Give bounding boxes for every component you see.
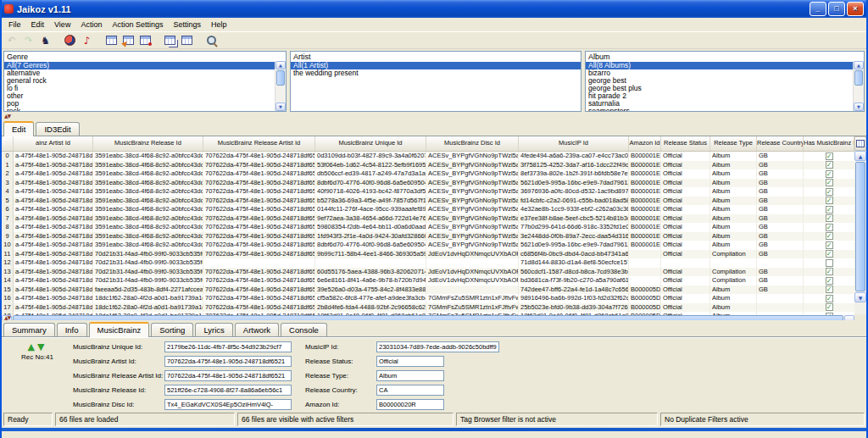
- scroll-thumb[interactable]: [854, 70, 863, 86]
- maximize-button[interactable]: □: [828, 2, 845, 16]
- close-button[interactable]: ×: [847, 2, 864, 16]
- amazon-id-field[interactable]: [376, 399, 444, 410]
- checked-checkbox[interactable]: ✓: [826, 250, 833, 258]
- sort-toggle-icon[interactable]: ▲▼: [4, 315, 10, 320]
- table-row[interactable]: 12a-475f-48e1-905d-248718df652170d21b31-…: [2, 258, 854, 268]
- mb-artist-id-field[interactable]: [164, 356, 292, 367]
- checked-checkbox[interactable]: ✓: [826, 170, 833, 178]
- genre-item[interactable]: other: [4, 92, 286, 100]
- mb-release-artist-id-field[interactable]: [164, 370, 292, 381]
- checked-checkbox[interactable]: ✓: [826, 161, 833, 169]
- column-header[interactable]: [2, 136, 14, 151]
- search-icon[interactable]: [204, 34, 219, 47]
- musicip-id-field[interactable]: [376, 341, 499, 352]
- table-row[interactable]: 15a-475f-48e1-905d-248718df6521faeeaa5d-…: [2, 286, 854, 295]
- music-note-icon[interactable]: ♪: [80, 34, 94, 47]
- mb-unique-id-field[interactable]: [164, 341, 292, 352]
- genre-item[interactable]: general rock: [4, 77, 286, 85]
- album-item[interactable]: george best plus: [586, 85, 864, 92]
- table-arrow-icon[interactable]: [121, 34, 136, 47]
- menu-file[interactable]: File: [3, 19, 26, 30]
- table-row[interactable]: 2a-475f-48e1-905d-248718df65213591eabc-3…: [2, 169, 854, 179]
- table-row[interactable]: 14a-475f-48e1-905d-248718df652170d21b31-…: [2, 276, 854, 286]
- tab-id3edit[interactable]: ID3Edit: [36, 122, 79, 136]
- tab-lyrics[interactable]: Lyrics: [195, 323, 232, 336]
- checked-checkbox[interactable]: ✓: [826, 214, 833, 222]
- undo-icon[interactable]: ↶: [4, 34, 19, 47]
- scroll-down-icon[interactable]: ▼: [275, 103, 286, 111]
- table-row[interactable]: 5a-475f-48e1-905d-248718df65213591eabc-3…: [2, 197, 854, 206]
- column-header[interactable]: Release Type: [710, 136, 757, 151]
- release-country-field[interactable]: [376, 385, 444, 396]
- scroll-thumb[interactable]: [855, 162, 865, 291]
- prev-record-icon[interactable]: ▲: [28, 341, 37, 352]
- table-row[interactable]: 3a-475f-48e1-905d-248718df65213591eabc-3…: [2, 179, 854, 188]
- column-header[interactable]: MusicBrainz Release Id: [93, 136, 203, 151]
- genre-item[interactable]: rock: [4, 108, 286, 111]
- table-row[interactable]: 4a-475f-48e1-905d-248718df65213591eabc-3…: [2, 187, 854, 197]
- redo-icon[interactable]: ↷: [21, 34, 36, 47]
- album-scrollbar[interactable]: ▲ ▼: [853, 61, 864, 111]
- tab-musicbrainz[interactable]: MusicBrainz: [89, 322, 150, 337]
- scroll-down-icon[interactable]: ▼: [854, 292, 866, 302]
- checked-checkbox[interactable]: ✓: [826, 188, 833, 196]
- tab-edit[interactable]: Edit: [3, 121, 34, 136]
- table-row[interactable]: 10a-475f-48e1-905d-248718df65213591eabc-…: [2, 241, 854, 250]
- checked-checkbox[interactable]: ✓: [826, 152, 833, 160]
- table-row[interactable]: 6a-475f-48e1-905d-248718df65213591eabc-3…: [2, 205, 854, 214]
- musicbrainz-globe-icon[interactable]: [63, 34, 77, 47]
- column-header[interactable]: Has MusicBrainz Id: [804, 136, 854, 151]
- table-row[interactable]: 17a-475f-48e1-905d-248718df652118dc1f62-…: [2, 303, 854, 313]
- checked-checkbox[interactable]: ✓: [826, 232, 833, 240]
- column-header[interactable]: ainz Artist Id: [14, 136, 93, 151]
- album-item[interactable]: seamonsters: [586, 108, 864, 111]
- tab-summary[interactable]: Summary: [3, 323, 55, 336]
- checked-checkbox[interactable]: ✓: [826, 268, 833, 275]
- column-header[interactable]: Release Status: [661, 136, 710, 151]
- table-row[interactable]: 13a-475f-48e1-905d-248718df652170d21b31-…: [2, 268, 854, 277]
- scroll-thumb[interactable]: [276, 70, 285, 86]
- table-row[interactable]: 9a-475f-48e1-905d-248718df65213591eabc-3…: [2, 232, 854, 241]
- table-row[interactable]: 11a-475f-48e1-905d-248718df652170d21b31-…: [2, 250, 854, 259]
- scroll-up-icon[interactable]: ▲: [854, 151, 866, 161]
- genre-item[interactable]: pop: [4, 100, 286, 108]
- menu-edit[interactable]: Edit: [26, 19, 50, 30]
- checked-checkbox[interactable]: ✓: [826, 197, 833, 204]
- tab-sorting[interactable]: Sorting: [151, 323, 193, 336]
- release-status-field[interactable]: [376, 356, 444, 367]
- checked-checkbox[interactable]: ✓: [826, 241, 833, 249]
- album-item[interactable]: hit parade 2: [586, 92, 864, 100]
- release-type-field[interactable]: [376, 370, 444, 381]
- genre-scrollbar[interactable]: ▲ ▼: [275, 61, 286, 111]
- column-header[interactable]: MusicBrainz Unique Id: [315, 136, 426, 151]
- column-header[interactable]: Amazon Id: [629, 136, 661, 151]
- sort-toggle-icon[interactable]: ▲▼: [4, 114, 10, 119]
- checked-checkbox[interactable]: ✓: [826, 295, 833, 302]
- table-row[interactable]: 7a-475f-48e1-905d-248718df65213591eabc-3…: [2, 214, 854, 224]
- genre-item[interactable]: All(7 Genres): [4, 62, 286, 69]
- table-icon[interactable]: [104, 34, 119, 47]
- checked-checkbox[interactable]: ✓: [826, 277, 833, 285]
- album-item[interactable]: All(8 Albums): [586, 62, 864, 69]
- tab-info[interactable]: Info: [57, 323, 87, 336]
- genre-item[interactable]: lo fi: [4, 85, 286, 92]
- menu-settings[interactable]: Settings: [168, 19, 206, 30]
- mb-disc-id-field[interactable]: [164, 399, 292, 410]
- tab-console[interactable]: Console: [281, 323, 327, 336]
- table-row[interactable]: 1a-475f-48e1-905d-248718df65213591eabc-3…: [2, 161, 854, 170]
- table-row[interactable]: 16a-475f-48e1-905d-248718df652118dc1f62-…: [2, 294, 854, 303]
- table-row[interactable]: 0a-475f-48e1-905d-248718df65213591eabc-3…: [2, 152, 854, 161]
- checked-checkbox[interactable]: ✓: [826, 286, 833, 293]
- scroll-up-icon[interactable]: ▲: [854, 61, 864, 69]
- next-record-icon[interactable]: ▼: [37, 341, 47, 352]
- table-view-icon[interactable]: [180, 34, 194, 47]
- column-header[interactable]: MusicBrainz Release Artist Id: [203, 136, 315, 151]
- album-item[interactable]: bizarro: [586, 69, 864, 77]
- checked-checkbox[interactable]: ✓: [826, 224, 833, 231]
- menu-help[interactable]: Help: [206, 19, 232, 30]
- table-save-icon[interactable]: [138, 34, 153, 47]
- table-pair-icon[interactable]: [163, 34, 177, 47]
- menu-action[interactable]: Action: [75, 19, 107, 30]
- column-header[interactable]: Release Country: [757, 136, 804, 151]
- table-row[interactable]: 8a-475f-48e1-905d-248718df65213591eabc-3…: [2, 223, 854, 232]
